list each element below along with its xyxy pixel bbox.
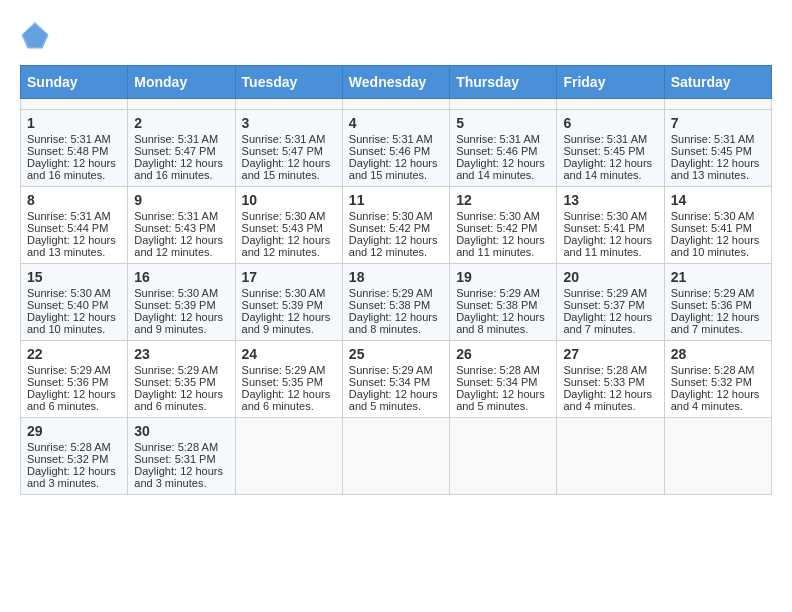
day-number: 3 (242, 115, 336, 131)
sunrise-text: Sunrise: 5:31 AM (242, 133, 336, 145)
sunset-text: Sunset: 5:41 PM (563, 222, 657, 234)
calendar-cell: 18Sunrise: 5:29 AMSunset: 5:38 PMDayligh… (342, 264, 449, 341)
day-number: 5 (456, 115, 550, 131)
day-number: 26 (456, 346, 550, 362)
calendar-cell: 28Sunrise: 5:28 AMSunset: 5:32 PMDayligh… (664, 341, 771, 418)
sunrise-text: Sunrise: 5:31 AM (27, 210, 121, 222)
daylight-text: Daylight: 12 hours and 14 minutes. (456, 157, 550, 181)
calendar-cell (664, 418, 771, 495)
day-number: 22 (27, 346, 121, 362)
sunrise-text: Sunrise: 5:28 AM (456, 364, 550, 376)
day-number: 18 (349, 269, 443, 285)
calendar-cell: 20Sunrise: 5:29 AMSunset: 5:37 PMDayligh… (557, 264, 664, 341)
sunrise-text: Sunrise: 5:31 AM (563, 133, 657, 145)
sunset-text: Sunset: 5:44 PM (27, 222, 121, 234)
sunset-text: Sunset: 5:31 PM (134, 453, 228, 465)
header-sunday: Sunday (21, 66, 128, 99)
sunrise-text: Sunrise: 5:29 AM (27, 364, 121, 376)
daylight-text: Daylight: 12 hours and 3 minutes. (134, 465, 228, 489)
calendar-cell (128, 99, 235, 110)
sunset-text: Sunset: 5:43 PM (134, 222, 228, 234)
daylight-text: Daylight: 12 hours and 5 minutes. (456, 388, 550, 412)
sunset-text: Sunset: 5:34 PM (349, 376, 443, 388)
daylight-text: Daylight: 12 hours and 14 minutes. (563, 157, 657, 181)
daylight-text: Daylight: 12 hours and 16 minutes. (134, 157, 228, 181)
calendar-cell: 19Sunrise: 5:29 AMSunset: 5:38 PMDayligh… (450, 264, 557, 341)
day-number: 6 (563, 115, 657, 131)
calendar-cell: 24Sunrise: 5:29 AMSunset: 5:35 PMDayligh… (235, 341, 342, 418)
sunrise-text: Sunrise: 5:29 AM (671, 287, 765, 299)
sunrise-text: Sunrise: 5:28 AM (27, 441, 121, 453)
daylight-text: Daylight: 12 hours and 7 minutes. (563, 311, 657, 335)
calendar-cell: 26Sunrise: 5:28 AMSunset: 5:34 PMDayligh… (450, 341, 557, 418)
sunset-text: Sunset: 5:45 PM (563, 145, 657, 157)
daylight-text: Daylight: 12 hours and 16 minutes. (27, 157, 121, 181)
sunset-text: Sunset: 5:48 PM (27, 145, 121, 157)
sunset-text: Sunset: 5:38 PM (349, 299, 443, 311)
calendar-cell (664, 99, 771, 110)
calendar-cell (557, 418, 664, 495)
week-row-0 (21, 99, 772, 110)
calendar-header-row: SundayMondayTuesdayWednesdayThursdayFrid… (21, 66, 772, 99)
day-number: 30 (134, 423, 228, 439)
sunset-text: Sunset: 5:38 PM (456, 299, 550, 311)
sunrise-text: Sunrise: 5:31 AM (27, 133, 121, 145)
calendar-cell: 22Sunrise: 5:29 AMSunset: 5:36 PMDayligh… (21, 341, 128, 418)
day-number: 24 (242, 346, 336, 362)
calendar-cell: 16Sunrise: 5:30 AMSunset: 5:39 PMDayligh… (128, 264, 235, 341)
calendar-cell: 4Sunrise: 5:31 AMSunset: 5:46 PMDaylight… (342, 110, 449, 187)
header-tuesday: Tuesday (235, 66, 342, 99)
sunrise-text: Sunrise: 5:29 AM (242, 364, 336, 376)
sunset-text: Sunset: 5:35 PM (134, 376, 228, 388)
sunset-text: Sunset: 5:40 PM (27, 299, 121, 311)
sunrise-text: Sunrise: 5:30 AM (349, 210, 443, 222)
daylight-text: Daylight: 12 hours and 12 minutes. (134, 234, 228, 258)
sunrise-text: Sunrise: 5:29 AM (456, 287, 550, 299)
day-number: 19 (456, 269, 550, 285)
daylight-text: Daylight: 12 hours and 10 minutes. (671, 234, 765, 258)
header-wednesday: Wednesday (342, 66, 449, 99)
calendar-cell: 7Sunrise: 5:31 AMSunset: 5:45 PMDaylight… (664, 110, 771, 187)
sunrise-text: Sunrise: 5:28 AM (671, 364, 765, 376)
header-thursday: Thursday (450, 66, 557, 99)
sunset-text: Sunset: 5:47 PM (242, 145, 336, 157)
calendar-cell: 6Sunrise: 5:31 AMSunset: 5:45 PMDaylight… (557, 110, 664, 187)
calendar-cell: 29Sunrise: 5:28 AMSunset: 5:32 PMDayligh… (21, 418, 128, 495)
header-monday: Monday (128, 66, 235, 99)
calendar-cell: 17Sunrise: 5:30 AMSunset: 5:39 PMDayligh… (235, 264, 342, 341)
sunrise-text: Sunrise: 5:30 AM (242, 287, 336, 299)
day-number: 21 (671, 269, 765, 285)
sunset-text: Sunset: 5:41 PM (671, 222, 765, 234)
header-saturday: Saturday (664, 66, 771, 99)
sunset-text: Sunset: 5:36 PM (27, 376, 121, 388)
week-row-3: 15Sunrise: 5:30 AMSunset: 5:40 PMDayligh… (21, 264, 772, 341)
sunset-text: Sunset: 5:34 PM (456, 376, 550, 388)
day-number: 25 (349, 346, 443, 362)
daylight-text: Daylight: 12 hours and 4 minutes. (671, 388, 765, 412)
day-number: 9 (134, 192, 228, 208)
sunrise-text: Sunrise: 5:29 AM (349, 364, 443, 376)
daylight-text: Daylight: 12 hours and 5 minutes. (349, 388, 443, 412)
page-header (20, 20, 772, 50)
day-number: 28 (671, 346, 765, 362)
sunrise-text: Sunrise: 5:30 AM (242, 210, 336, 222)
day-number: 2 (134, 115, 228, 131)
day-number: 1 (27, 115, 121, 131)
calendar-cell: 23Sunrise: 5:29 AMSunset: 5:35 PMDayligh… (128, 341, 235, 418)
sunset-text: Sunset: 5:45 PM (671, 145, 765, 157)
sunrise-text: Sunrise: 5:30 AM (27, 287, 121, 299)
calendar-cell: 13Sunrise: 5:30 AMSunset: 5:41 PMDayligh… (557, 187, 664, 264)
calendar-cell (235, 99, 342, 110)
daylight-text: Daylight: 12 hours and 9 minutes. (242, 311, 336, 335)
sunset-text: Sunset: 5:46 PM (456, 145, 550, 157)
daylight-text: Daylight: 12 hours and 6 minutes. (242, 388, 336, 412)
sunrise-text: Sunrise: 5:31 AM (134, 210, 228, 222)
calendar-cell: 11Sunrise: 5:30 AMSunset: 5:42 PMDayligh… (342, 187, 449, 264)
daylight-text: Daylight: 12 hours and 15 minutes. (242, 157, 336, 181)
day-number: 12 (456, 192, 550, 208)
calendar-cell: 5Sunrise: 5:31 AMSunset: 5:46 PMDaylight… (450, 110, 557, 187)
sunset-text: Sunset: 5:42 PM (349, 222, 443, 234)
daylight-text: Daylight: 12 hours and 4 minutes. (563, 388, 657, 412)
day-number: 8 (27, 192, 121, 208)
calendar-cell: 12Sunrise: 5:30 AMSunset: 5:42 PMDayligh… (450, 187, 557, 264)
